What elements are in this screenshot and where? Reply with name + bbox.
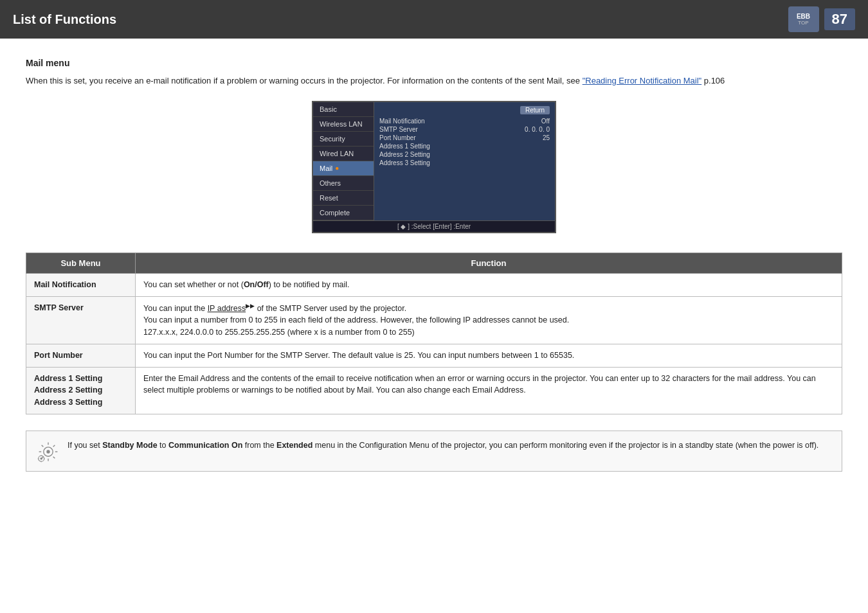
- submenu-address: Address 1 Setting Address 2 Setting Addr…: [26, 367, 136, 414]
- menu-item-reset[interactable]: Reset: [313, 191, 374, 206]
- main-content: Mail menu When this is set, you receive …: [0, 39, 868, 491]
- option-label-4: Address 1 Setting: [379, 143, 430, 150]
- menu-right-panel: Return Mail Notification Off SMTP Server…: [374, 102, 555, 220]
- note-box: If you set Standby Mode to Communication…: [26, 431, 842, 472]
- function-smtp: You can input the IP address▶▶ of the SM…: [136, 296, 842, 344]
- menu-item-complete[interactable]: Complete: [313, 206, 374, 220]
- function-table: Sub Menu Function Mail Notification You …: [26, 253, 842, 414]
- col-submenu-header: Sub Menu: [26, 253, 136, 273]
- option-smtp-server: SMTP Server 0. 0. 0. 0: [379, 125, 550, 134]
- submenu-smtp: SMTP Server: [26, 296, 136, 344]
- reading-mail-link[interactable]: "Reading Error Notification Mail": [583, 76, 702, 85]
- function-mail-notification: You can set whether or not (On/Off) to b…: [136, 273, 842, 296]
- option-address2: Address 2 Setting: [379, 150, 550, 159]
- intro-paragraph: When this is set, you receive an e-mail …: [26, 75, 842, 88]
- option-label-6: Address 3 Setting: [379, 159, 430, 166]
- section-title: Mail menu: [26, 58, 842, 68]
- logo-sub: TOP: [798, 20, 808, 26]
- page-header: List of Functions EBB TOP 87: [0, 0, 868, 39]
- logo-text: EBB: [797, 13, 810, 20]
- option-port-number: Port Number 25: [379, 134, 550, 142]
- option-value-3: 25: [543, 134, 550, 141]
- option-address3: Address 3 Setting: [379, 159, 550, 167]
- function-address: Enter the Email Address and the contents…: [136, 367, 842, 414]
- menu-item-others[interactable]: Others: [313, 176, 374, 191]
- menu-hint: [ ◆ ] :Select [Enter] :Enter: [313, 220, 555, 232]
- option-mail-notification: Mail Notification Off: [379, 117, 550, 125]
- svg-line-5: [42, 445, 44, 447]
- menu-item-mail[interactable]: Mail ●: [313, 161, 374, 176]
- table-row: Mail Notification You can set whether or…: [26, 273, 842, 296]
- svg-line-7: [53, 445, 55, 447]
- note-icon: [37, 440, 60, 463]
- logo: EBB TOP: [788, 6, 819, 32]
- option-label-2: SMTP Server: [379, 126, 418, 133]
- menu-item-security[interactable]: Security: [313, 132, 374, 147]
- table-row: SMTP Server You can input the IP address…: [26, 296, 842, 344]
- page-title: List of Functions: [13, 12, 116, 27]
- header-right: EBB TOP 87: [788, 6, 855, 32]
- option-label-5: Address 2 Setting: [379, 151, 430, 158]
- page-number: 87: [824, 8, 855, 30]
- menu-item-basic[interactable]: Basic: [313, 102, 374, 117]
- submenu-port: Port Number: [26, 344, 136, 367]
- return-bar: Return: [379, 106, 550, 114]
- ip-address-link: IP address: [208, 304, 246, 313]
- return-button[interactable]: Return: [520, 106, 550, 114]
- menu-screenshot: Basic Wireless LAN Security Wired LAN Ma…: [26, 101, 842, 233]
- option-value-1: Off: [541, 118, 550, 125]
- col-function-header: Function: [136, 253, 842, 273]
- table-row: Address 1 Setting Address 2 Setting Addr…: [26, 367, 842, 414]
- svg-line-6: [53, 457, 55, 459]
- note-text: If you set Standby Mode to Communication…: [68, 439, 818, 452]
- option-label-3: Port Number: [379, 134, 416, 141]
- option-address1: Address 1 Setting: [379, 142, 550, 150]
- table-row: Port Number You can input the Port Numbe…: [26, 344, 842, 367]
- svg-point-11: [40, 458, 42, 460]
- intro-text-before: When this is set, you receive an e-mail …: [26, 76, 583, 85]
- menu-box: Basic Wireless LAN Security Wired LAN Ma…: [312, 101, 556, 233]
- option-value-2: 0. 0. 0. 0: [525, 126, 550, 133]
- svg-point-9: [46, 450, 50, 453]
- intro-text-ref: p.106: [701, 76, 725, 85]
- menu-left-panel: Basic Wireless LAN Security Wired LAN Ma…: [313, 102, 374, 220]
- submenu-mail-notification: Mail Notification: [26, 273, 136, 296]
- option-label-1: Mail Notification: [379, 118, 425, 125]
- menu-sidebar: Basic Wireless LAN Security Wired LAN Ma…: [313, 102, 555, 220]
- menu-item-wireless[interactable]: Wireless LAN: [313, 117, 374, 132]
- function-port: You can input the Port Number for the SM…: [136, 344, 842, 367]
- menu-item-wired[interactable]: Wired LAN: [313, 147, 374, 161]
- active-bullet: ●: [335, 164, 339, 172]
